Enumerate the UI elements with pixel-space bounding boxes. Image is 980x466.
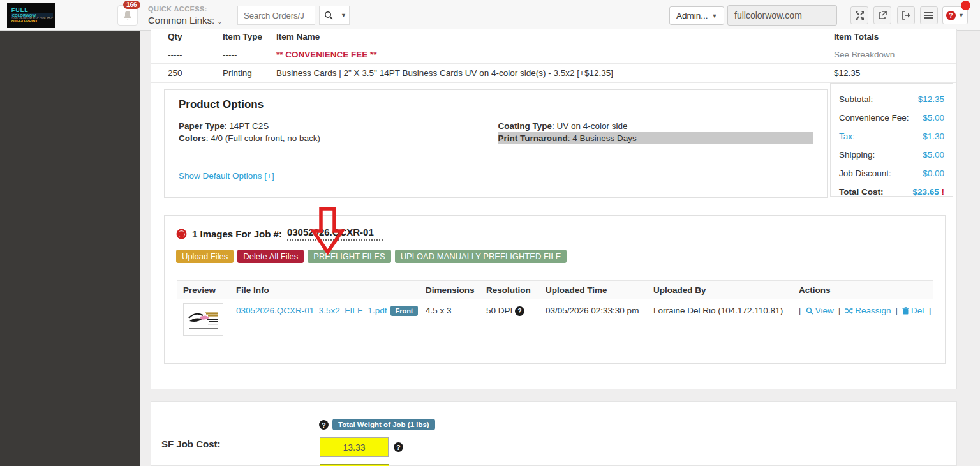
bell-icon — [122, 10, 133, 20]
common-links-dropdown[interactable]: Common Links: ⌄ — [148, 14, 222, 27]
row-total: $12.35 — [834, 68, 860, 78]
reassign-file-link[interactable]: Reassign — [845, 306, 891, 315]
col-actions: Actions — [799, 285, 831, 295]
convenience-fee-label: ** CONVENIENCE FEE ** — [276, 50, 377, 59]
file-name-link[interactable]: 03052026.QCXR-01_3.5x2_FILE_1.pdf — [236, 306, 387, 315]
file-preview-thumbnail[interactable] — [183, 303, 223, 336]
weight-help-icon[interactable]: ? — [319, 420, 329, 430]
paper-type-row: Paper Type: 14PT C2S — [179, 120, 496, 132]
table-row: 250 Printing Business Cards | 2" X 3.5" … — [151, 64, 956, 83]
coating-type-row: Coating Type: UV on 4-color side — [498, 120, 813, 132]
left-sidebar — [0, 31, 140, 466]
file-dimensions: 4.5 x 3 — [426, 306, 452, 315]
order-items-header-row: Qty Item Type Item Name Item Totals — [151, 29, 956, 45]
job-cost-panel: SF Job Cost: ? Total Weight of Job (1 lb… — [151, 401, 957, 466]
total-warning-mark: ! — [942, 187, 945, 197]
row-type: ----- — [223, 50, 237, 59]
view-file-link[interactable]: View — [806, 306, 834, 315]
file-uploaded-time: 03/05/2026 02:33:30 pm — [546, 306, 639, 315]
company-logo[interactable]: FULL COLORWOW YOUR ONLINE ONE STOP PRINT… — [7, 3, 55, 28]
upload-manually-preflighted-button[interactable]: UPLOAD MANUALLY PREFLIGHTED FILE — [395, 250, 567, 263]
menu-button[interactable] — [920, 6, 938, 24]
hamburger-icon — [924, 11, 934, 19]
fullscreen-button[interactable] — [850, 6, 868, 24]
search-options-dropdown[interactable]: ▼ — [338, 6, 350, 25]
open-external-button[interactable] — [873, 6, 891, 24]
col-file-info: File Info — [236, 285, 269, 295]
trash-icon — [902, 307, 909, 315]
col-item-type: Item Type — [223, 32, 262, 41]
status-dot — [961, 1, 970, 10]
logo-color-ring-icon — [9, 7, 10, 24]
table-row: ----- ----- ** CONVENIENCE FEE ** See Br… — [151, 45, 956, 64]
external-link-icon — [878, 11, 887, 20]
convenience-fee-row: Convenience Fee: $5.00 — [839, 109, 944, 127]
admin-menu-button[interactable]: Admin... ▼ — [669, 6, 724, 25]
row-type: Printing — [223, 68, 252, 78]
chevron-down-icon: ⌄ — [217, 19, 222, 25]
help-icon: ? — [946, 11, 956, 20]
business-card-preview-image — [184, 304, 223, 335]
col-preview: Preview — [183, 285, 216, 295]
order-totals-box: Subtotal: $12.35 Convenience Fee: $5.00 … — [830, 83, 953, 197]
sign-out-button[interactable] — [897, 6, 915, 24]
col-uploaded-time: Uploaded Time — [546, 285, 607, 295]
shuffle-icon — [845, 307, 853, 315]
quick-access-label: QUICK ACCESS: — [148, 4, 222, 14]
job-number[interactable]: 03052026.QCXR-01 — [287, 227, 383, 241]
images-count-title: 1 Images For Job #: — [192, 229, 282, 239]
tax-link[interactable]: Tax: — [839, 132, 855, 141]
file-actions: [ View | Reassign — [799, 306, 931, 315]
col-qty: Qty — [168, 32, 182, 41]
order-detail-panel: Qty Item Type Item Name Item Totals ----… — [151, 29, 957, 389]
col-uploaded-by: Uploaded By — [653, 285, 706, 295]
product-options-box: Product Options Paper Type: 14PT C2S Col… — [164, 89, 828, 198]
total-weight-badge: Total Weight of Job (1 lbs) — [332, 419, 435, 430]
delete-all-files-button[interactable]: Delete All Files — [237, 250, 304, 263]
file-uploaded-by: Lorraine Del Rio (104.172.110.81) — [653, 306, 783, 315]
caret-down-icon: ▼ — [712, 13, 718, 19]
resolution-help-icon[interactable]: ? — [515, 306, 524, 316]
print-turnaround-row: Print Turnaround: 4 Business Days — [498, 132, 813, 144]
top-header: FULL COLORWOW YOUR ONLINE ONE STOP PRINT… — [0, 0, 980, 31]
sf-job-cost-input[interactable] — [320, 437, 389, 457]
sf-job-cost-label: SF Job Cost: — [161, 439, 221, 449]
images-aperture-icon — [176, 229, 187, 239]
cost-help-icon[interactable]: ? — [394, 442, 403, 452]
search-input[interactable] — [237, 6, 315, 25]
col-dimensions: Dimensions — [426, 285, 475, 295]
job-discount-row: Job Discount: $0.00 — [839, 164, 944, 183]
search-icon — [324, 11, 334, 20]
shipping-row: Shipping: $5.00 — [839, 146, 944, 164]
file-resolution: 50 DPI ? — [486, 306, 524, 316]
job-images-box: 1 Images For Job #: 03052026.QCXR-01 Upl… — [164, 215, 946, 364]
tax-row: Tax: $1.30 — [839, 127, 944, 146]
arrows-expand-icon — [855, 11, 865, 20]
row-name: Business Cards | 2" X 3.5" 14PT Business… — [276, 68, 613, 78]
row-qty: ----- — [168, 50, 182, 59]
caret-down-icon: ▼ — [341, 12, 346, 19]
file-row: 03052026.QCXR-01_3.5x2_FILE_1.pdfFront 4… — [177, 299, 933, 342]
files-header-row: Preview File Info Dimensions Resolution … — [177, 280, 933, 299]
col-resolution: Resolution — [486, 285, 531, 295]
col-item-name: Item Name — [276, 32, 320, 41]
col-item-totals: Item Totals — [834, 32, 879, 41]
product-options-title: Product Options — [165, 90, 827, 116]
show-default-options-link[interactable]: Show Default Options [+] — [165, 162, 288, 190]
notification-count-badge: 166 — [123, 1, 140, 9]
row-total: See Breakdown — [834, 50, 895, 59]
caret-down-icon: ▼ — [958, 12, 964, 19]
logo-line1: FULL — [11, 8, 53, 13]
sign-out-icon — [902, 11, 911, 20]
site-domain-field[interactable]: fullcolorwow.com — [727, 5, 837, 26]
delete-file-link[interactable]: Del — [902, 306, 924, 315]
total-cost-row: Total Cost: $23.65 ! — [839, 183, 944, 201]
files-table: Preview File Info Dimensions Resolution … — [177, 280, 933, 342]
upload-files-button[interactable]: Upload Files — [176, 250, 234, 263]
row-qty: 250 — [168, 68, 182, 78]
colors-row: Colors: 4/0 (Full color front, no back) — [179, 132, 496, 144]
front-side-badge: Front — [390, 306, 417, 316]
preflight-files-button[interactable]: PREFLIGHT FILES — [308, 250, 390, 263]
subtotal-row: Subtotal: $12.35 — [839, 90, 944, 109]
search-button[interactable] — [319, 6, 338, 25]
